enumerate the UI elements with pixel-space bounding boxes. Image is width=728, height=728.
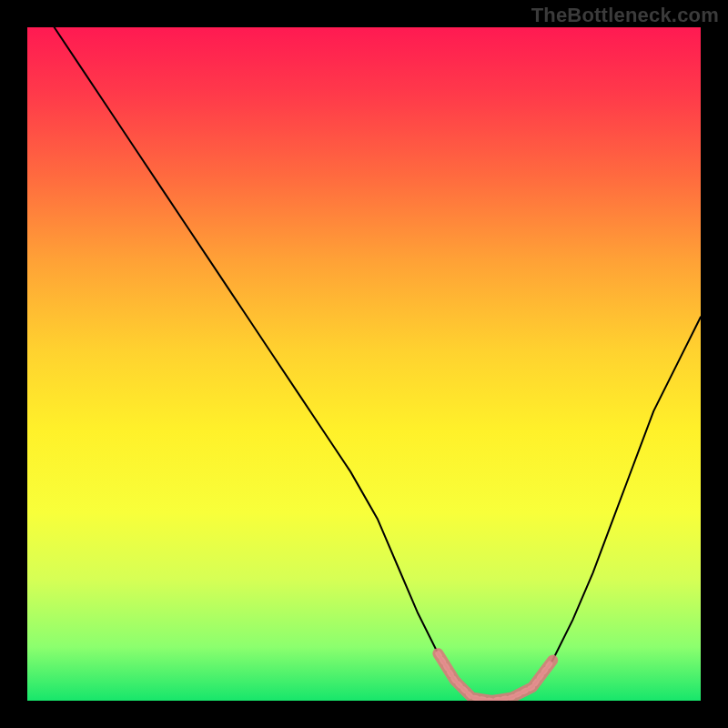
- watermark-text: TheBottleneck.com: [531, 4, 719, 27]
- bottleneck-curve-line: [55, 27, 701, 701]
- chart-overlay: [27, 27, 701, 701]
